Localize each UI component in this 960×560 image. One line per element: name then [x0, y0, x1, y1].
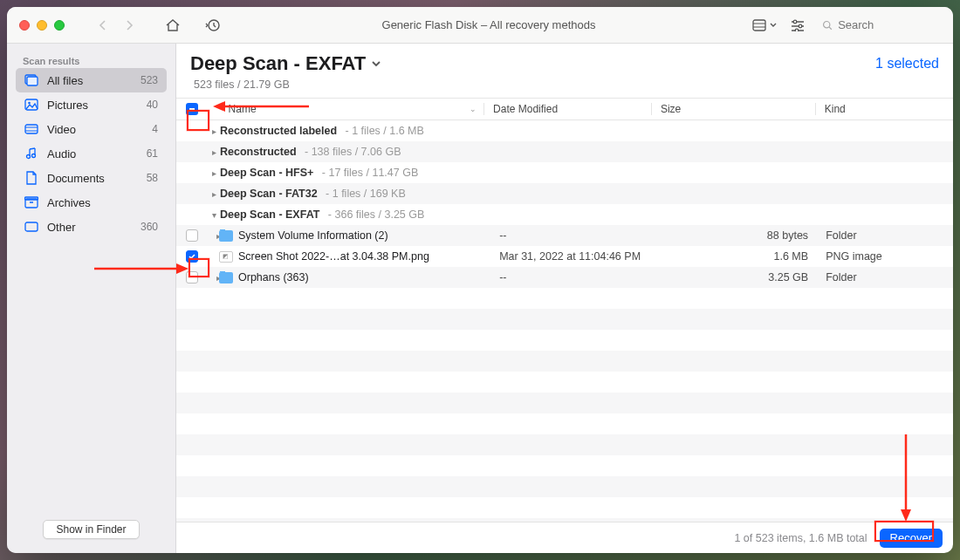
filter-button[interactable] [785, 14, 810, 37]
svg-rect-24 [25, 222, 38, 231]
main-panel: Deep Scan - EXFAT 523 files / 21.79 GB 1… [176, 44, 953, 553]
sidebar-item-archives[interactable]: Archives [16, 190, 167, 215]
other-icon [24, 220, 38, 234]
sidebar-count: 4 [152, 123, 158, 135]
history-button[interactable] [201, 14, 225, 37]
svg-point-10 [824, 21, 830, 27]
search-field[interactable] [819, 15, 941, 36]
sidebar-item-all-files[interactable]: All files 523 [16, 68, 167, 92]
sidebar-item-audio[interactable]: Audio 61 [16, 141, 167, 166]
content-header: Deep Scan - EXFAT 523 files / 21.79 GB 1… [176, 44, 953, 98]
group-row[interactable]: ▸ Deep Scan - FAT32 - 1 files / 169 KB [176, 183, 953, 204]
window-title: Generic Flash Disk – All recovery method… [232, 18, 745, 31]
documents-icon [24, 171, 38, 185]
content-subtitle: 523 files / 21.79 GB [190, 75, 875, 91]
sidebar-item-pictures[interactable]: Pictures 40 [16, 92, 167, 117]
group-row[interactable]: ▸ Reconstructed - 138 files / 7.06 GB [176, 141, 953, 162]
sidebar-item-documents[interactable]: Documents 58 [16, 166, 167, 190]
recover-button[interactable]: Recover [880, 529, 943, 548]
column-kind[interactable]: Kind [815, 103, 953, 115]
svg-line-11 [829, 26, 832, 29]
table-header: Name ⌄ Date Modified Size Kind [176, 98, 953, 120]
video-icon [24, 122, 38, 136]
sidebar-label: All files [47, 74, 132, 87]
svg-rect-1 [753, 20, 765, 31]
sidebar-count: 58 [147, 172, 158, 184]
titlebar: Generic Flash Disk – All recovery method… [7, 7, 953, 44]
audio-icon [24, 147, 38, 160]
home-button[interactable] [161, 14, 185, 37]
sidebar-label: Audio [47, 147, 138, 160]
row-checkbox[interactable] [186, 229, 198, 242]
disclosure-icon[interactable]: ▸ [208, 168, 220, 178]
traffic-lights [19, 20, 65, 31]
group-row[interactable]: ▸ Reconstructed labeled - 1 files / 1.6 … [176, 120, 953, 141]
search-icon [822, 19, 833, 31]
footer-bar: 1 of 523 items, 1.6 MB total Recover [176, 522, 953, 553]
disclosure-icon[interactable]: ▾ [208, 210, 220, 220]
content-title[interactable]: Deep Scan - EXFAT [190, 52, 875, 75]
back-button[interactable] [91, 14, 115, 37]
sidebar-count: 61 [147, 147, 158, 160]
sidebar-item-other[interactable]: Other 360 [16, 215, 167, 239]
row-checkbox[interactable] [186, 250, 198, 263]
archives-icon [24, 195, 38, 209]
selection-count: 1 selected [875, 52, 939, 72]
sidebar-label: Archives [47, 196, 149, 209]
disclosure-icon[interactable]: ▸ [208, 126, 220, 136]
svg-rect-13 [27, 77, 38, 85]
file-row[interactable]: ◩Screen Shot 2022-…at 3.04.38 PM.png Mar… [176, 246, 953, 267]
sidebar-count: 40 [147, 99, 158, 111]
content-title-text: Deep Scan - EXFAT [190, 52, 366, 75]
svg-point-19 [27, 155, 31, 159]
minimize-window-button[interactable] [37, 20, 47, 31]
footer-status: 1 of 523 items, 1.6 MB total [734, 532, 867, 544]
folder-icon [219, 230, 233, 242]
sidebar-label: Documents [47, 172, 138, 185]
file-row[interactable]: ▸ System Volume Information (2) -- 88 by… [176, 225, 953, 246]
svg-point-20 [32, 154, 36, 158]
allfiles-icon [24, 73, 38, 87]
nav-buttons [91, 14, 141, 37]
sidebar-label: Pictures [47, 99, 138, 112]
disclosure-icon[interactable]: ▸ [207, 231, 219, 241]
svg-point-15 [28, 102, 31, 105]
view-mode-selector[interactable] [752, 19, 777, 31]
sidebar-label: Other [47, 221, 132, 234]
group-row[interactable]: ▾ Deep Scan - EXFAT - 366 files / 3.25 G… [176, 204, 953, 225]
sidebar-item-video[interactable]: Video 4 [16, 117, 167, 141]
column-size[interactable]: Size [651, 103, 815, 115]
sidebar-count: 523 [141, 74, 158, 86]
results-list: ▸ Reconstructed labeled - 1 files / 1.6 … [176, 120, 953, 522]
disclosure-icon[interactable]: ▸ [208, 189, 220, 199]
sidebar: Scan results All files 523 Pictures 40 V… [7, 44, 176, 553]
svg-point-9 [795, 29, 799, 31]
row-checkbox[interactable] [186, 271, 198, 283]
svg-rect-16 [25, 125, 38, 133]
sidebar-count: 360 [141, 221, 158, 233]
chevron-down-icon [371, 59, 381, 68]
svg-point-5 [793, 20, 797, 24]
forward-button[interactable] [117, 14, 141, 37]
disclosure-icon[interactable]: ▸ [208, 147, 220, 157]
show-in-finder-button[interactable]: Show in Finder [43, 520, 139, 539]
image-file-icon: ◩ [219, 251, 233, 263]
file-row[interactable]: ▸ Orphans (363) -- 3.25 GB Folder [176, 267, 953, 288]
select-all-checkbox[interactable] [186, 103, 198, 115]
pictures-icon [24, 98, 38, 112]
folder-icon [219, 272, 233, 283]
sort-caret-icon: ⌄ [470, 105, 477, 113]
fullscreen-window-button[interactable] [54, 20, 65, 31]
column-date[interactable]: Date Modified [483, 103, 651, 115]
group-row[interactable]: ▸ Deep Scan - HFS+ - 17 files / 11.47 GB [176, 162, 953, 183]
column-name[interactable]: Name ⌄ [208, 103, 483, 115]
close-window-button[interactable] [19, 20, 30, 31]
svg-point-7 [799, 24, 802, 28]
disclosure-icon[interactable]: ▸ [207, 273, 219, 283]
sidebar-header: Scan results [16, 52, 167, 68]
sidebar-label: Video [47, 123, 143, 136]
search-input[interactable] [838, 18, 941, 31]
